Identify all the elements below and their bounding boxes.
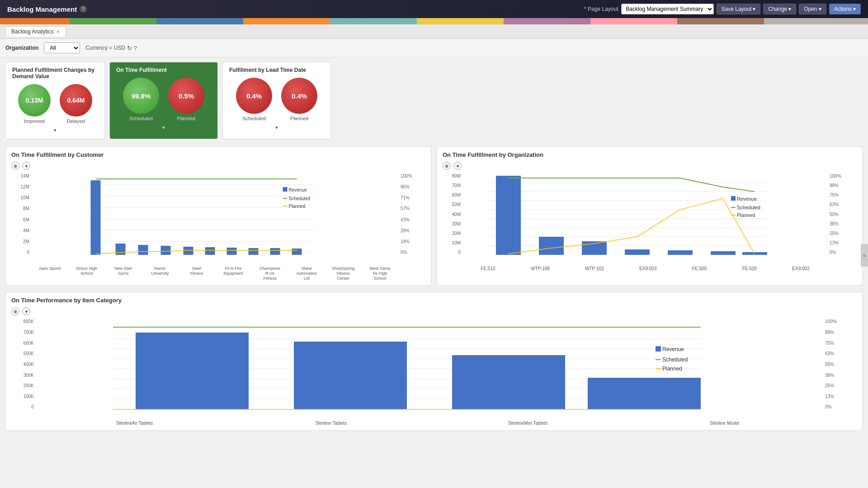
kpi-row: Planned Fulfillment Changes by Demand Va… [5,62,863,139]
svg-rect-15 [270,248,280,255]
chart-on-time-org: On Time Fulfillment by Organization ⊕ ▾ … [437,146,863,286]
svg-rect-52 [136,333,249,409]
scheduled-lt-circle: 0.4% [236,78,272,114]
org-label: Organization [5,45,38,51]
app-title-text: Backlog Management [7,5,77,13]
chart-customer-wrapper: 14M 12M 10M 8M 6M 4M 2M 0 100% 86% 71% 5… [11,174,425,281]
chart-org-ctrl-btn[interactable]: ⊕ [443,162,451,170]
actions-caret-icon: ▾ [853,6,856,12]
kpi-circle-improved: 0.13M Improved [18,84,51,124]
save-layout-button[interactable]: Save Layout ▾ [717,4,761,14]
svg-rect-35 [668,250,693,255]
scheduled-circle: 99.8% [123,78,159,114]
chart-category-header: ⊕ ▾ [11,307,857,315]
svg-rect-13 [227,248,237,255]
kpi-circle-scheduled: 99.8% Scheduled [123,78,159,121]
change-button[interactable]: Change ▾ [763,4,796,14]
svg-rect-56 [656,346,661,352]
chart-org-caret-btn[interactable]: ▾ [453,162,462,170]
kpi-expand-lead-time[interactable]: ▾ [229,124,324,131]
org-select[interactable]: All [44,42,80,53]
app-help-icon[interactable]: ? [80,5,87,13]
y-labels-org-right: 100% 88% 75% 63% 50% 38% 25% 13% 0% [830,174,857,255]
refresh-icon[interactable]: ↻ [127,45,132,52]
toolbar: Organization All Currency = USD ↻ ? [0,39,868,57]
kpi-expand-planned[interactable]: ▾ [12,127,98,134]
improved-circle: 0.13M [18,84,51,117]
currency-label: Currency = USD [85,45,125,51]
page-layout-select[interactable]: Backlog Management Summary [621,4,714,14]
x-labels-customer: Apex Sports Drisco High School New Start… [32,266,398,281]
svg-text:Scheduled: Scheduled [662,357,688,363]
svg-rect-12 [205,247,215,255]
change-caret-icon: ▾ [788,6,791,12]
kpi-card-on-time-title: On Time Fulfillment [116,67,211,73]
planned-circle: 0.5% [168,78,204,114]
svg-text:Revenue: Revenue [737,196,757,202]
svg-rect-16 [292,249,302,255]
y-labels-category-left: 800K 700K 600K 500K 400K 300K 200K 100K … [11,319,34,409]
top-bar-right: * Page Layout Backlog Management Summary… [584,4,861,14]
color-banner [0,18,868,24]
svg-text:Planned: Planned [737,212,755,218]
svg-rect-38 [731,196,736,201]
open-caret-icon: ▾ [819,6,821,12]
side-handle[interactable]: ≡ [861,244,868,267]
kpi-circles-planned: 0.13M Improved 0.64M Delayed [12,84,98,124]
svg-rect-7 [91,180,101,255]
tab-bar: Backlog Analytics ✕ [0,24,868,39]
kpi-card-planned-fulfillment-title: Planned Fulfillment Changes by Demand Va… [12,67,98,80]
svg-rect-9 [138,245,148,255]
y-labels-category-right: 100% 88% 75% 63% 50% 38% 25% 13% 0% [825,319,857,409]
kpi-card-lead-time: Fulfillment by Lead Time Date 0.4% Sched… [222,62,331,139]
chart-org-title: On Time Fulfillment by Organization [443,151,857,158]
delayed-label: Delayed [67,118,85,124]
kpi-circle-scheduled-lt: 0.4% Scheduled [236,78,272,121]
planned-lt-circle: 0.4% [281,78,317,114]
svg-rect-54 [452,355,565,409]
svg-rect-53 [294,342,407,409]
chart-category-wrapper: 800K 700K 600K 500K 400K 300K 200K 100K … [11,319,857,426]
chart-on-time-customer: On Time Fulfillment by Customer ⊕ ▾ 14M … [5,146,431,286]
svg-rect-36 [711,251,736,255]
svg-rect-17 [283,187,288,192]
kpi-card-planned-fulfillment: Planned Fulfillment Changes by Demand Va… [5,62,105,139]
page-layout-label: * Page Layout [584,6,618,12]
currency-help-icon[interactable]: ? [134,45,137,52]
save-layout-caret-icon: ▾ [753,6,755,12]
kpi-circle-delayed: 0.64M Delayed [60,84,92,124]
svg-rect-37 [742,252,767,255]
svg-rect-34 [625,249,650,255]
chart-category-svg: Revenue Scheduled Planned [36,319,823,418]
y-labels-org-left: 80M 70M 60M 50M 40M 30M 20M 10M 0 [443,174,461,255]
svg-rect-31 [496,176,521,255]
kpi-expand-on-time[interactable]: ▾ [116,124,211,131]
svg-text:Revenue: Revenue [662,346,684,352]
chart-customer-header: ⊕ ▾ [11,162,425,170]
chart-org-svg: Revenue Scheduled Planned [463,174,827,264]
svg-text:Scheduled: Scheduled [289,196,310,201]
tab-close-icon[interactable]: ✕ [56,29,60,35]
kpi-card-on-time: On Time Fulfillment 99.8% Scheduled 0.5%… [109,62,218,139]
top-bar: Backlog Management ? * Page Layout Backl… [0,0,868,18]
chart-customer-svg: Revenue Scheduled Planned [32,174,398,264]
svg-rect-11 [184,247,193,255]
scheduled-lt-label: Scheduled [242,116,266,121]
chart-customer-caret-btn[interactable]: ▾ [22,162,30,170]
chart-org-wrapper: 80M 70M 60M 50M 40M 30M 20M 10M 0 100% 8… [443,174,857,271]
svg-rect-10 [161,246,171,255]
y-labels-customer-right: 100% 86% 71% 57% 43% 29% 14% 0% [401,174,425,255]
open-button[interactable]: Open ▾ [799,4,826,14]
y-labels-customer-left: 14M 12M 10M 8M 6M 4M 2M 0 [11,174,29,255]
chart-org-header: ⊕ ▾ [443,162,857,170]
main-content: Planned Fulfillment Changes by Demand Va… [0,57,868,441]
svg-rect-55 [588,378,701,409]
chart-category-caret-btn[interactable]: ▾ [22,307,30,315]
chart-on-time-category: On Time Performance by Item Category ⊕ ▾… [5,292,863,431]
actions-button[interactable]: Actions ▾ [829,4,861,14]
chart-customer-ctrl-btn[interactable]: ⊕ [11,162,19,170]
chart-customer-title: On Time Fulfillment by Customer [11,151,425,158]
svg-rect-8 [116,244,126,255]
chart-category-ctrl-btn[interactable]: ⊕ [11,307,19,315]
tab-backlog-analytics[interactable]: Backlog Analytics ✕ [5,26,66,37]
